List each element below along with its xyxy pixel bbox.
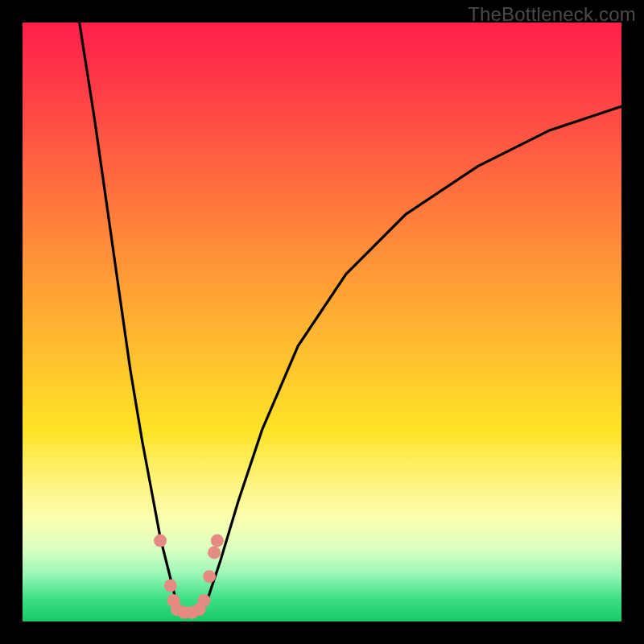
curve-marker — [203, 570, 216, 583]
curve-marker — [197, 594, 210, 607]
bottleneck-curve-chart — [23, 23, 621, 621]
curve-marker — [208, 546, 221, 559]
curve-marker — [211, 535, 224, 547]
plot-area — [23, 23, 621, 621]
watermark-text: TheBottleneck.com — [468, 3, 636, 26]
curve-marker — [164, 579, 177, 592]
left-curve — [80, 23, 182, 613]
curve-markers — [154, 535, 224, 619]
right-curve — [200, 106, 622, 613]
curve-marker — [154, 535, 167, 547]
